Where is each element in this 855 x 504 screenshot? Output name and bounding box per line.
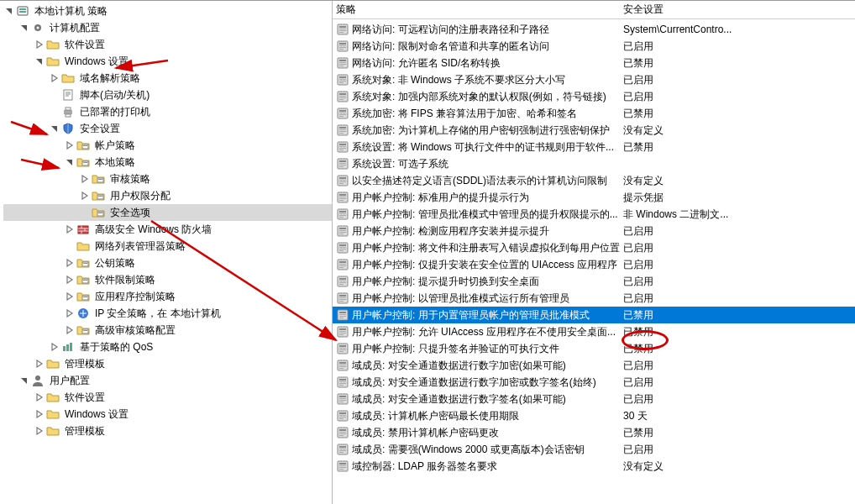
policy-row[interactable]: 域成员: 计算机帐户密码最长使用期限30 天 <box>333 407 855 424</box>
tree-item[interactable]: 安全设置 <box>3 120 332 137</box>
col-header-setting[interactable]: 安全设置 <box>623 3 855 17</box>
policy-row[interactable]: 用户帐户控制: 仅提升安装在安全位置的 UIAccess 应用程序已启用 <box>333 256 855 273</box>
tree-item[interactable]: 基于策略的 QoS <box>3 339 332 355</box>
tree-item[interactable]: 计算机配置 <box>3 19 332 36</box>
expand-icon[interactable] <box>34 358 45 370</box>
policy-row[interactable]: 用户帐户控制: 允许 UIAccess 应用程序在不使用安全桌面...已禁用 <box>333 323 855 340</box>
policy-row[interactable]: 网络访问: 限制对命名管道和共享的匿名访问已启用 <box>333 38 855 55</box>
collapse-icon[interactable] <box>49 123 60 134</box>
policy-row[interactable]: 用户帐户控制: 检测应用程序安装并提示提升已启用 <box>333 223 855 239</box>
tree-item[interactable]: 审核策略 <box>3 171 332 187</box>
policy-row[interactable]: 以安全描述符定义语言(SDDL)语法表示的计算机访问限制没有定义 <box>333 172 855 189</box>
policy-row[interactable]: 用户帐户控制: 将文件和注册表写入错误虚拟化到每用户位置已启用 <box>333 239 855 256</box>
tree-item-label: IP 安全策略，在 本地计算机 <box>92 306 223 322</box>
tree-item[interactable]: 本地策略 <box>3 154 332 171</box>
policy-row[interactable]: 域成员: 对安全通道数据进行数字加密(如果可能)已启用 <box>333 357 855 374</box>
expand-icon[interactable] <box>64 291 76 302</box>
svg-rect-164 <box>339 463 346 465</box>
tree-item[interactable]: 应用程序控制策略 <box>3 288 332 305</box>
policy-row[interactable]: 系统加密: 将 FIPS 兼容算法用于加密、哈希和签名已禁用 <box>333 105 855 122</box>
tree-item[interactable]: 公钥策略 <box>3 255 332 271</box>
policy-name: 用户帐户控制: 将文件和注册表写入错误虚拟化到每用户位置 <box>352 241 623 255</box>
expand-icon[interactable] <box>64 223 76 235</box>
svg-rect-22 <box>82 279 88 283</box>
tree-item[interactable]: Windows 设置 <box>3 406 332 423</box>
svg-rect-51 <box>339 81 346 81</box>
policy-row[interactable]: 域成员: 对安全通道数据进行数字签名(如果可能)已启用 <box>333 391 855 407</box>
svg-rect-31 <box>70 343 72 351</box>
tree-item[interactable]: IP 安全策略，在 本地计算机 <box>3 305 332 322</box>
folderg-icon <box>76 256 90 270</box>
policy-row[interactable]: 系统设置: 将 Windows 可执行文件中的证书规则用于软件...已禁用 <box>333 139 855 155</box>
expand-icon[interactable] <box>34 408 45 420</box>
policy-setting: 已启用 <box>623 258 855 272</box>
tree-item[interactable]: 帐户策略 <box>3 137 332 154</box>
svg-rect-57 <box>339 99 344 100</box>
svg-rect-145 <box>339 398 346 399</box>
tree-item[interactable]: 管理模板 <box>3 423 332 439</box>
policy-row[interactable]: 域成员: 禁用计算机帐户密码更改已禁用 <box>333 424 855 441</box>
tree-item[interactable]: 软件限制策略 <box>3 271 332 288</box>
svg-rect-76 <box>339 165 346 165</box>
tree-item[interactable]: 软件设置 <box>3 36 332 53</box>
policy-row[interactable]: 用户帐户控制: 标准用户的提升提示行为提示凭据 <box>333 189 855 206</box>
expand-icon[interactable] <box>34 391 45 403</box>
svg-rect-35 <box>339 29 346 29</box>
tree-item[interactable]: 管理模板 <box>3 355 332 372</box>
expand-icon[interactable] <box>49 72 60 84</box>
collapse-icon[interactable] <box>18 22 30 34</box>
policy-row[interactable]: 网络访问: 可远程访问的注册表路径和子路径System\CurrentContr… <box>333 21 855 38</box>
tree-item[interactable]: 高级审核策略配置 <box>3 322 332 339</box>
expand-icon[interactable] <box>64 139 76 151</box>
tree-item[interactable]: 用户权限分配 <box>3 187 332 204</box>
tree-item[interactable]: 已部署的打印机 <box>3 103 332 120</box>
policy-row[interactable]: 域成员: 对安全通道数据进行数字加密或数字签名(始终)已启用 <box>333 374 855 391</box>
policy-row[interactable]: 系统设置: 可选子系统 <box>333 155 855 172</box>
collapse-icon[interactable] <box>18 375 30 386</box>
expand-icon[interactable] <box>34 39 45 50</box>
policy-row[interactable]: 系统对象: 非 Windows 子系统不要求区分大小写已启用 <box>333 71 855 88</box>
svg-rect-127 <box>339 334 344 335</box>
tree-item[interactable]: 高级安全 Windows 防火墙 <box>3 221 332 238</box>
policy-row[interactable]: 系统加密: 为计算机上存储的用户密钥强制进行强密钥保护没有定义 <box>333 122 855 139</box>
policy-row[interactable]: 网络访问: 允许匿名 SID/名称转换已禁用 <box>333 55 855 71</box>
expand-icon[interactable] <box>79 173 91 185</box>
expand-icon[interactable] <box>64 307 76 319</box>
svg-rect-34 <box>339 26 346 28</box>
collapse-icon[interactable] <box>34 55 45 67</box>
expand-icon[interactable] <box>79 190 91 202</box>
policy-setting: 非 Windows 二进制文... <box>623 207 855 222</box>
policy-row[interactable]: 用户帐户控制: 以管理员批准模式运行所有管理员已启用 <box>333 290 855 307</box>
policy-row[interactable]: 用户帐户控制: 用于内置管理员帐户的管理员批准模式已禁用 <box>333 307 855 323</box>
tree-item[interactable]: 安全选项 <box>3 204 332 221</box>
tree-item[interactable]: 网络列表管理器策略 <box>3 238 332 255</box>
col-header-policy[interactable]: 策略 <box>336 3 623 17</box>
svg-rect-41 <box>339 47 346 48</box>
policy-row[interactable]: 域成员: 需要强(Windows 2000 或更高版本)会话密钥已启用 <box>333 441 855 458</box>
collapse-icon[interactable] <box>3 5 15 17</box>
policy-row[interactable]: 用户帐户控制: 管理员批准模式中管理员的提升权限提示的...非 Windows … <box>333 206 855 223</box>
policy-row[interactable]: 用户帐户控制: 只提升签名并验证的可执行文件已禁用 <box>333 340 855 357</box>
expand-icon[interactable] <box>64 274 76 286</box>
nav-tree: 本地计算机 策略计算机配置软件设置Windows 设置域名解析策略脚本(启动/关… <box>0 1 332 439</box>
folderg-icon <box>76 155 90 169</box>
expand-icon[interactable] <box>64 257 76 269</box>
folder-icon <box>46 391 60 404</box>
expand-icon[interactable] <box>34 425 45 437</box>
tree-item[interactable]: 脚本(启动/关机) <box>3 87 332 103</box>
policy-row[interactable]: 域控制器: LDAP 服务器签名要求没有定义 <box>333 458 855 475</box>
svg-rect-64 <box>339 127 346 129</box>
svg-rect-150 <box>339 415 346 416</box>
expand-icon[interactable] <box>49 341 60 353</box>
tree-item[interactable]: 用户配置 <box>3 372 332 389</box>
expand-icon[interactable] <box>64 324 76 336</box>
collapse-icon[interactable] <box>64 156 76 168</box>
policy-row[interactable]: 用户帐户控制: 提示提升时切换到安全桌面已启用 <box>333 273 855 290</box>
tree-item[interactable]: 软件设置 <box>3 389 332 406</box>
policy-row[interactable]: 系统对象: 加强内部系统对象的默认权限(例如，符号链接)已启用 <box>333 88 855 105</box>
tree-item[interactable]: 本地计算机 策略 <box>3 3 332 19</box>
policy-setting: 已禁用 <box>623 107 855 121</box>
policy-setting: 已启用 <box>623 241 855 255</box>
tree-item[interactable]: Windows 设置 <box>3 53 332 70</box>
tree-item[interactable]: 域名解析策略 <box>3 70 332 87</box>
